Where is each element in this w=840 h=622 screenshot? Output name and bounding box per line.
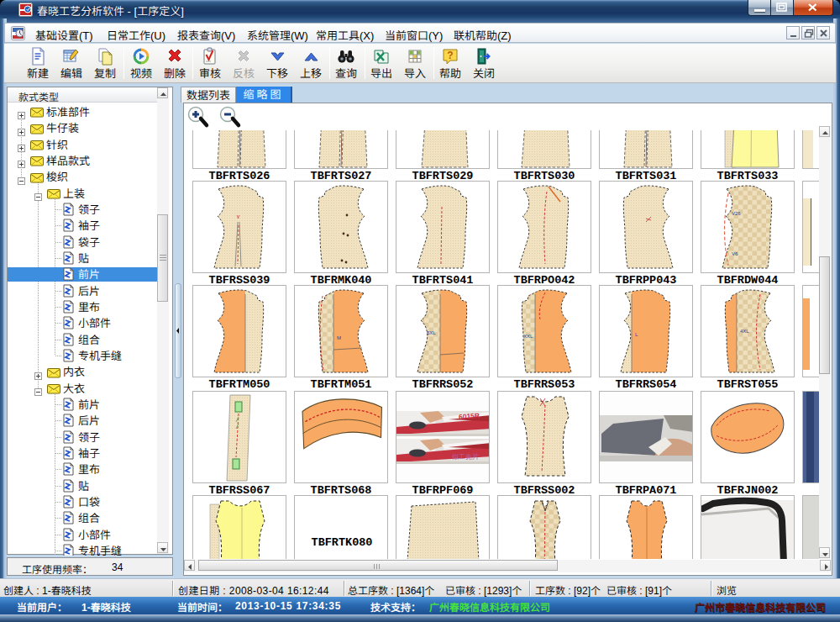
svg-text:?: ? bbox=[447, 50, 453, 61]
svg-text:V26: V26 bbox=[732, 211, 741, 216]
svg-text:5XL: 5XL bbox=[427, 330, 436, 335]
svg-text:6015R: 6015R bbox=[459, 411, 480, 421]
svg-text:M: M bbox=[337, 335, 341, 340]
svg-text:V6: V6 bbox=[732, 251, 738, 256]
svg-text:似工先片: 似工先片 bbox=[452, 453, 479, 461]
svg-text:XXL: XXL bbox=[523, 334, 533, 339]
svg-text:4XL: 4XL bbox=[740, 329, 749, 334]
